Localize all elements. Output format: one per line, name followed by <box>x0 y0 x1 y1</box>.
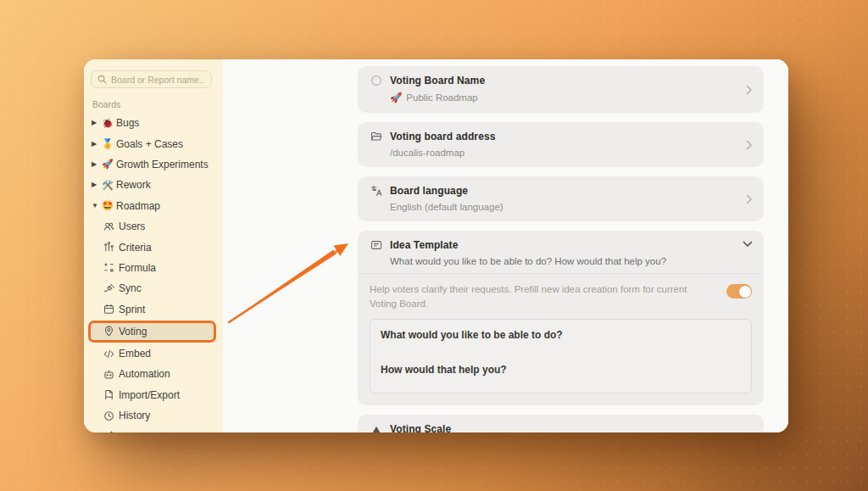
sidebar-item-label: Roadmap <box>116 200 160 212</box>
sidebar-item-label: History <box>119 410 150 421</box>
medal-emoji-icon: 🏅 <box>102 139 116 148</box>
sidebar-item-roadmap[interactable]: ▼ 🤩 Roadmap <box>84 196 223 216</box>
row-title: Idea Template <box>390 239 458 251</box>
sidebar-item-rework[interactable]: ▶ 🛠️ Rework <box>84 175 223 195</box>
tools-emoji-icon: 🛠️ <box>102 181 116 190</box>
chevron-right-icon[interactable] <box>746 194 753 204</box>
collapse-arrow-icon[interactable]: ▶ <box>92 120 102 126</box>
row-subtitle: What would you like to be able to do? Ho… <box>390 256 752 266</box>
sidebar-item-criteria[interactable]: Criteria <box>84 237 223 257</box>
sidebar-item-bugs[interactable]: ▶ 🐞 Bugs <box>84 113 223 133</box>
setting-row-idea-template[interactable]: Idea Template What would you like to be … <box>358 231 764 405</box>
chevron-right-icon[interactable] <box>746 85 753 95</box>
idea-template-textarea[interactable]: What would you like to be able to do? Ho… <box>370 319 752 393</box>
row-title: Board language <box>390 185 468 197</box>
settings-panel: Voting Board Name 🚀 Public Roadmap Votin… <box>223 59 788 432</box>
sidebar-item-goals-cases[interactable]: ▶ 🏅 Goals + Cases <box>84 133 223 153</box>
settings-window: Board or Report name... Boards ▶ 🐞 Bugs … <box>84 59 788 432</box>
users-icon <box>103 221 119 232</box>
folder-icon <box>370 131 382 142</box>
boards-section-label: Boards <box>92 99 223 109</box>
sidebar-item-embed[interactable]: Embed <box>84 343 223 364</box>
automation-robot-icon <box>103 369 119 380</box>
template-card-icon <box>370 239 382 251</box>
row-value: 🚀 Public Roadmap <box>390 92 752 103</box>
sidebar-item-formula[interactable]: Formula <box>84 258 223 278</box>
history-clock-icon <box>103 410 119 421</box>
sidebar-item-voting[interactable]: Voting <box>88 321 216 343</box>
sidebar-item-label: Growth Experiments <box>116 159 209 170</box>
sidebar-item-history[interactable]: History <box>84 405 223 426</box>
chevron-right-icon[interactable] <box>746 140 753 150</box>
collapse-arrow-icon[interactable]: ▶ <box>92 141 102 148</box>
template-line: How would that help you? <box>381 364 741 376</box>
rocket-emoji-icon: 🚀 <box>390 92 402 103</box>
toggle-knob <box>739 286 751 298</box>
sidebar-item-sprint[interactable]: Sprint <box>84 299 223 320</box>
sidebar-item-label: Rework <box>116 179 151 191</box>
import-export-file-icon <box>103 389 119 400</box>
sidebar-item-writing[interactable]: Writing <box>84 426 223 432</box>
sprint-calendar-icon <box>103 304 119 315</box>
setting-row-board-name[interactable]: Voting Board Name 🚀 Public Roadmap <box>358 66 764 113</box>
idea-template-help-text: Help voters clarify their requests. Pref… <box>370 282 710 310</box>
sidebar-item-label: Sprint <box>119 304 145 315</box>
template-line: What would you like to be able to do? <box>381 329 741 341</box>
sidebar-item-label: Users <box>119 220 145 232</box>
collapse-arrow-icon[interactable]: ▶ <box>92 181 102 188</box>
face-emoji-icon: 🤩 <box>102 201 116 210</box>
triangle-up-icon <box>370 426 382 432</box>
search-placeholder: Board or Report name... <box>111 75 205 85</box>
sidebar-item-sync[interactable]: Sync <box>84 278 223 299</box>
row-title: Voting Scale <box>390 423 451 432</box>
sidebar-item-automation[interactable]: Automation <box>84 364 223 384</box>
sidebar-item-label: Embed <box>119 348 151 360</box>
search-icon <box>97 75 107 84</box>
bugs-emoji-icon: 🐞 <box>102 119 116 128</box>
embed-code-icon <box>103 349 119 360</box>
sidebar-item-label: Automation <box>119 368 170 380</box>
translate-icon <box>370 185 382 197</box>
sidebar-item-growth-experiments[interactable]: ▶ 🚀 Growth Experiments <box>84 154 223 175</box>
sidebar-item-label: Import/Export <box>119 389 180 401</box>
writing-pencil-icon <box>103 431 119 432</box>
criteria-icon <box>103 242 119 253</box>
sidebar-item-label: Voting <box>119 326 147 338</box>
sidebar-item-label: Goals + Cases <box>116 138 183 150</box>
formula-icon <box>103 262 119 273</box>
sidebar: Board or Report name... Boards ▶ 🐞 Bugs … <box>84 59 223 432</box>
chevron-down-icon[interactable] <box>743 241 753 248</box>
row-value: /ducalis-roadmap <box>390 148 752 158</box>
sidebar-item-users[interactable]: Users <box>84 216 223 237</box>
sidebar-item-import-export[interactable]: Import/Export <box>84 385 223 405</box>
sidebar-item-label: Criteria <box>119 242 152 254</box>
row-title: Voting Board Name <box>390 75 485 86</box>
sidebar-item-label: Formula <box>119 262 156 274</box>
circle-icon <box>370 75 382 86</box>
setting-row-board-language[interactable]: Board language English (default language… <box>358 176 764 221</box>
prefill-toggle[interactable] <box>726 284 752 299</box>
search-input[interactable]: Board or Report name... <box>91 70 212 88</box>
sidebar-item-label: Bugs <box>116 117 139 129</box>
row-value: English (default language) <box>390 202 752 212</box>
setting-row-board-address[interactable]: Voting board address /ducalis-roadmap <box>358 122 764 167</box>
sidebar-item-label: Sync <box>119 282 142 294</box>
sync-plug-icon <box>103 283 119 294</box>
voting-pin-icon <box>103 326 119 337</box>
collapse-arrow-icon[interactable]: ▶ <box>92 161 102 168</box>
expand-arrow-icon[interactable]: ▼ <box>92 203 102 209</box>
row-title: Voting board address <box>390 131 495 142</box>
setting-row-voting-scale[interactable]: Voting Scale Multiple upvotes · Number o… <box>358 415 764 432</box>
rocket-emoji-icon: 🚀 <box>102 159 116 169</box>
sidebar-item-label: Writing <box>119 431 150 432</box>
